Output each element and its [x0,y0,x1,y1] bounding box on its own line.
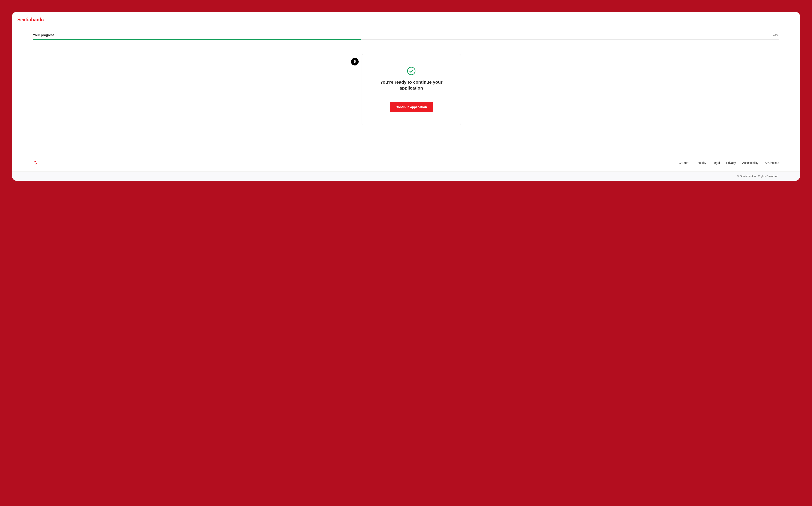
footer-link-careers[interactable]: Careers [679,161,689,165]
footer-link-adchoices[interactable]: AdChoices [765,161,779,165]
svg-point-0 [407,67,415,75]
step-number-badge: 5 [351,58,359,66]
footer-link-security[interactable]: Security [695,161,706,165]
footer-links: Careers Security Legal Privacy Accessibi… [679,161,779,165]
progress-track [33,39,779,40]
step-wrap: 5 You're ready to continue your applicat… [351,54,461,137]
progress-header: Your progress 44% [33,33,779,37]
brand-logo-text: Scotiabank [17,16,43,23]
header: Scotiabank® [12,12,800,27]
step-card: You're ready to continue your applicatio… [361,54,461,125]
progress-label: Your progress [33,33,54,37]
progress-fill [33,39,361,40]
footer-link-accessibility[interactable]: Accessibility [742,161,758,165]
card-heading: You're ready to continue your applicatio… [370,79,452,91]
footer-link-privacy[interactable]: Privacy [726,161,736,165]
check-circle-icon [407,67,416,75]
continue-application-button[interactable]: Continue application [390,102,433,112]
footer-nav: Careers Security Legal Privacy Accessibi… [12,154,800,171]
copyright-text: © Scotiabank All Rights Reserved. [737,175,779,178]
progress-percent: 44% [773,33,779,37]
app-window: Scotiabank® Your progress 44% 5 [12,12,800,181]
brand-logo[interactable]: Scotiabank® [17,16,795,23]
main-area: 5 You're ready to continue your applicat… [12,42,800,154]
brand-logo-reg: ® [43,19,44,21]
copyright-bar: © Scotiabank All Rights Reserved. [12,171,800,181]
progress-section: Your progress 44% [12,27,800,42]
footer-link-legal[interactable]: Legal [713,161,720,165]
content: Your progress 44% 5 You're ready to con [12,27,800,181]
brand-mark-icon [33,161,38,165]
